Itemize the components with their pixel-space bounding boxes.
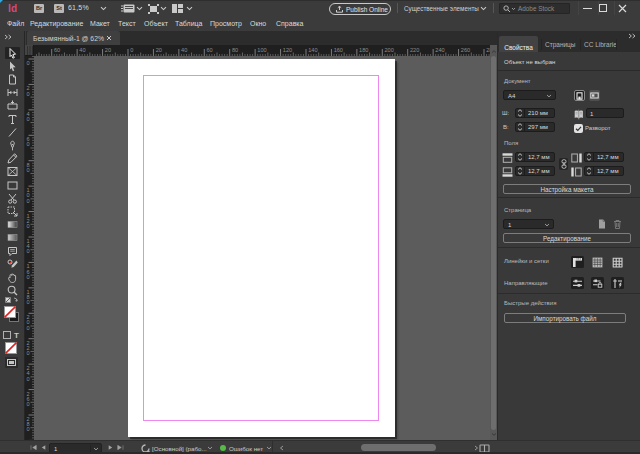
svg-text:0: 0 [27, 141, 30, 147]
svg-text:240: 240 [435, 47, 444, 53]
svg-text:0: 0 [27, 167, 30, 173]
svg-text:0: 0 [27, 91, 30, 97]
svg-text:60: 60 [54, 47, 60, 53]
svg-text:120: 120 [283, 47, 292, 53]
svg-text:140: 140 [308, 47, 317, 53]
svg-text:40: 40 [79, 47, 85, 53]
svg-text:0: 0 [27, 426, 30, 432]
svg-text:200: 200 [384, 47, 393, 53]
svg-text:0: 0 [27, 325, 30, 331]
svg-text:260: 260 [461, 47, 470, 53]
svg-text:0: 0 [130, 47, 133, 53]
svg-text:20: 20 [105, 47, 111, 53]
svg-text:40: 40 [181, 47, 187, 53]
svg-text:0: 0 [27, 376, 30, 382]
svg-text:220: 220 [410, 47, 419, 53]
svg-text:100: 100 [257, 47, 266, 53]
svg-text:80: 80 [232, 47, 238, 53]
svg-text:0: 0 [27, 223, 30, 229]
svg-text:0: 0 [27, 350, 30, 356]
svg-text:0: 0 [27, 198, 30, 204]
svg-text:0: 0 [27, 60, 30, 66]
svg-text:160: 160 [334, 47, 343, 53]
svg-text:20: 20 [156, 47, 162, 53]
svg-text:0: 0 [27, 248, 30, 254]
svg-text:0: 0 [27, 116, 30, 122]
svg-text:0: 0 [27, 401, 30, 407]
svg-text:0: 0 [27, 274, 30, 280]
svg-text:60: 60 [206, 47, 212, 53]
svg-text:180: 180 [359, 47, 368, 53]
svg-text:0: 0 [27, 299, 30, 305]
